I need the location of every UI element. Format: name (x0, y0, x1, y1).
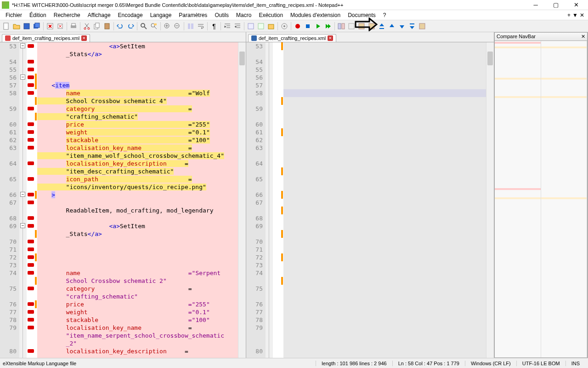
compare-nav-body[interactable] (495, 41, 587, 357)
svg-rect-28 (342, 23, 345, 29)
minimize-button[interactable]: ─ (530, 1, 541, 9)
tab-close-button[interactable]: ✕ (328, 35, 333, 41)
svg-rect-1 (24, 23, 29, 29)
svg-rect-21 (258, 23, 264, 29)
replace-button[interactable] (149, 22, 158, 31)
status-eol: Windows (CR LF) (465, 361, 517, 366)
menubar-plus-icon[interactable]: + (567, 12, 571, 18)
arrow-indicator (355, 17, 378, 31)
prev-diff-button[interactable] (387, 22, 396, 31)
func-list-button[interactable] (256, 22, 266, 31)
menubar-dropdown-icon[interactable]: ▼ (572, 12, 578, 18)
new-file-button[interactable] (2, 22, 11, 31)
fold-toggle[interactable]: − (20, 43, 25, 48)
menu-help[interactable]: ? (379, 11, 390, 19)
redo-button[interactable] (126, 22, 135, 31)
svg-rect-20 (248, 23, 254, 29)
outdent-button[interactable] (233, 22, 242, 31)
svg-rect-27 (338, 23, 341, 29)
tab-left[interactable]: def_item_crafting_recipes.xml ✕ (2, 34, 90, 42)
close-all-button[interactable] (56, 22, 65, 31)
nav-bar-button[interactable] (418, 22, 427, 31)
doc-map-button[interactable] (246, 22, 255, 31)
svg-rect-22 (268, 24, 274, 29)
window-title: *H:\THE WITCHER3\000-Outils\script merge… (12, 2, 530, 8)
indent-button[interactable] (223, 22, 232, 31)
menubar: Fichier Édition Recherche Affichage Enco… (0, 10, 588, 20)
sync-scroll-button[interactable] (186, 22, 195, 31)
menu-run[interactable]: Exécution (255, 11, 287, 19)
menu-language[interactable]: Langage (147, 11, 175, 19)
cut-button[interactable] (82, 22, 91, 31)
close-button[interactable]: ✕ (571, 1, 582, 9)
svg-rect-18 (188, 23, 190, 29)
record-macro-button[interactable] (293, 22, 302, 31)
menu-settings[interactable]: Paramètres (175, 11, 211, 19)
menu-encoding[interactable]: Encodage (114, 11, 147, 19)
save-all-button[interactable] (32, 22, 41, 31)
menu-macro[interactable]: Macro (232, 11, 255, 19)
paste-button[interactable] (102, 22, 112, 31)
menu-search[interactable]: Recherche (50, 11, 84, 19)
compare-nav-title: Compare NavBar (497, 34, 536, 40)
menu-edit[interactable]: Édition (26, 11, 50, 19)
svg-point-25 (295, 24, 300, 29)
fold-column[interactable] (266, 42, 273, 358)
save-button[interactable] (22, 22, 31, 31)
line-gutter: 5354555657585960616263646566676869707172… (0, 42, 19, 358)
code-area-left[interactable]: <a>SetItem _Stats</a> <item name ="Wolf … (37, 42, 238, 358)
menu-view[interactable]: Affichage (84, 11, 114, 19)
editor-left[interactable]: 5354555657585960616263646566676869707172… (0, 42, 246, 358)
zoom-in-button[interactable] (163, 22, 172, 31)
last-diff-button[interactable] (407, 22, 417, 31)
diff-mark-column (27, 42, 35, 358)
undo-button[interactable] (116, 22, 125, 31)
copy-button[interactable] (92, 22, 102, 31)
find-button[interactable] (139, 22, 148, 31)
scrollbar-v-left[interactable] (238, 42, 246, 358)
wordwrap-button[interactable] (196, 22, 205, 31)
titlebar: *H:\THE WITCHER3\000-Outils\script merge… (0, 0, 588, 10)
zoom-out-button[interactable] (173, 22, 182, 31)
scrollbar-v-right[interactable] (486, 42, 494, 358)
status-insert-mode: INS (566, 361, 585, 366)
tab-right[interactable]: def_item_crafting_recipes.xml ✕ (248, 34, 336, 42)
toolbar: ¶ (0, 20, 588, 32)
next-diff-button[interactable] (397, 22, 407, 31)
monitor-button[interactable] (280, 22, 289, 31)
editor-right[interactable]: 5354555657585960616263646566676869707172… (246, 42, 494, 358)
svg-rect-3 (35, 23, 40, 28)
fold-toggle[interactable]: − (20, 192, 25, 197)
folder-view-button[interactable] (266, 22, 276, 31)
fold-column[interactable]: − − − − (19, 42, 27, 358)
show-chars-button[interactable]: ¶ (209, 22, 219, 31)
compare-nav-close-icon[interactable]: ✕ (581, 34, 585, 40)
menu-file[interactable]: Fichier (2, 11, 26, 19)
fold-toggle[interactable]: − (20, 223, 25, 228)
svg-rect-7 (72, 23, 75, 26)
compare-button[interactable] (337, 22, 346, 31)
close-file-button[interactable] (45, 22, 55, 31)
maximize-button[interactable]: ▢ (550, 1, 561, 9)
fold-toggle[interactable]: − (20, 75, 25, 80)
status-encoding: UTF-16 LE BOM (517, 361, 566, 366)
menu-tools[interactable]: Outils (211, 11, 232, 19)
print-button[interactable] (69, 22, 78, 31)
menu-plugins[interactable]: Modules d'extension (287, 11, 344, 19)
menubar-close-icon[interactable]: ✕ (580, 12, 584, 18)
tabbar-left: def_item_crafting_recipes.xml ✕ (0, 32, 246, 42)
play-multi-button[interactable] (323, 22, 333, 31)
status-filetype: eXtensible Markup Language file (3, 361, 316, 366)
statusbar: eXtensible Markup Language file length :… (0, 358, 588, 368)
code-area-right[interactable] (283, 42, 486, 358)
tabbar-right: def_item_crafting_recipes.xml ✕ (246, 32, 494, 42)
svg-rect-11 (96, 23, 99, 28)
tab-close-button[interactable]: ✕ (81, 35, 87, 41)
svg-rect-32 (419, 23, 425, 29)
stop-macro-button[interactable] (303, 22, 312, 31)
svg-rect-29 (349, 23, 354, 29)
play-macro-button[interactable] (313, 22, 322, 31)
svg-rect-19 (191, 23, 193, 29)
first-diff-button[interactable] (377, 22, 386, 31)
open-file-button[interactable] (12, 22, 21, 31)
